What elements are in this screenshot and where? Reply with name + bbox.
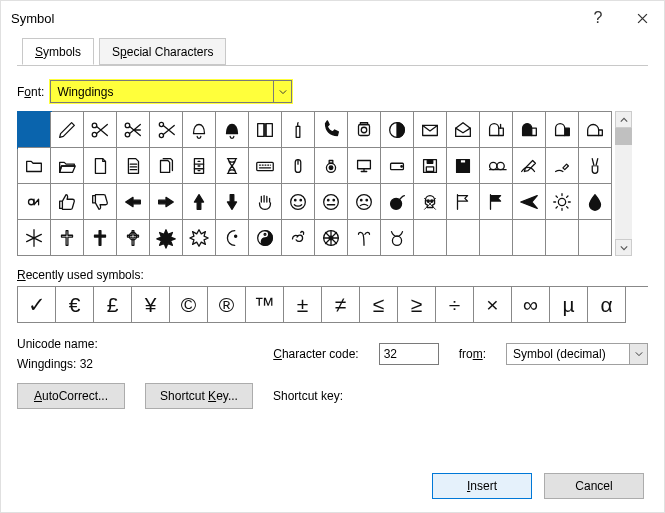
symbol-cell[interactable] [381, 184, 414, 220]
scroll-up-button[interactable] [615, 111, 632, 128]
symbol-cell[interactable] [18, 184, 51, 220]
scroll-down-button[interactable] [615, 239, 632, 256]
symbol-cell[interactable] [447, 112, 480, 148]
symbol-cell[interactable] [414, 148, 447, 184]
symbol-cell[interactable] [381, 220, 414, 256]
symbol-cell[interactable] [513, 112, 546, 148]
symbol-cell[interactable] [216, 220, 249, 256]
symbol-cell[interactable] [480, 148, 513, 184]
symbol-cell[interactable] [150, 112, 183, 148]
symbol-cell[interactable] [579, 220, 612, 256]
recent-symbol-cell[interactable]: £ [94, 287, 132, 323]
symbol-cell[interactable] [414, 184, 447, 220]
symbol-cell[interactable] [579, 184, 612, 220]
symbol-cell[interactable] [513, 220, 546, 256]
symbol-cell[interactable] [51, 184, 84, 220]
recent-symbol-cell[interactable]: ≥ [398, 287, 436, 323]
recent-symbol-cell[interactable]: α [588, 287, 626, 323]
symbol-cell[interactable] [150, 148, 183, 184]
symbol-cell[interactable] [117, 184, 150, 220]
recent-symbol-cell[interactable]: € [56, 287, 94, 323]
symbol-cell[interactable] [117, 148, 150, 184]
scrollbar[interactable] [615, 111, 632, 256]
char-code-input[interactable] [379, 343, 439, 365]
symbol-cell[interactable] [183, 220, 216, 256]
symbol-cell[interactable] [480, 220, 513, 256]
symbol-cell[interactable] [414, 112, 447, 148]
symbol-cell[interactable] [18, 112, 51, 148]
symbol-cell[interactable] [18, 220, 51, 256]
symbol-grid[interactable] [17, 111, 612, 256]
font-dropdown[interactable]: Wingdings [50, 80, 292, 103]
symbol-cell[interactable] [249, 112, 282, 148]
recent-symbol-cell[interactable]: ≠ [322, 287, 360, 323]
symbol-cell[interactable] [348, 148, 381, 184]
symbol-cell[interactable] [183, 184, 216, 220]
symbol-cell[interactable] [183, 148, 216, 184]
font-dropdown-button[interactable] [273, 81, 291, 102]
symbol-cell[interactable] [546, 112, 579, 148]
symbol-cell[interactable] [414, 220, 447, 256]
symbol-cell[interactable] [249, 184, 282, 220]
close-button[interactable] [620, 3, 664, 33]
symbol-cell[interactable] [18, 148, 51, 184]
scroll-thumb[interactable] [615, 128, 632, 145]
recent-symbol-cell[interactable]: ¥ [132, 287, 170, 323]
symbol-cell[interactable] [249, 148, 282, 184]
cancel-button[interactable]: Cancel [544, 473, 644, 499]
symbol-cell[interactable] [315, 112, 348, 148]
symbol-cell[interactable] [183, 112, 216, 148]
symbol-cell[interactable] [150, 220, 183, 256]
symbol-cell[interactable] [348, 184, 381, 220]
scroll-track[interactable] [615, 145, 632, 239]
symbol-cell[interactable] [249, 220, 282, 256]
symbol-cell[interactable] [84, 220, 117, 256]
symbol-cell[interactable] [282, 184, 315, 220]
from-dropdown-button[interactable] [629, 344, 647, 364]
recent-symbol-cell[interactable]: ÷ [436, 287, 474, 323]
recent-symbol-cell[interactable]: µ [550, 287, 588, 323]
symbol-cell[interactable] [216, 112, 249, 148]
from-dropdown[interactable]: Symbol (decimal) [506, 343, 648, 365]
insert-button[interactable]: Insert [432, 473, 532, 499]
symbol-cell[interactable] [216, 184, 249, 220]
symbol-cell[interactable] [315, 220, 348, 256]
symbol-cell[interactable] [51, 112, 84, 148]
symbol-cell[interactable] [480, 112, 513, 148]
symbol-cell[interactable] [513, 184, 546, 220]
symbol-cell[interactable] [282, 112, 315, 148]
symbol-cell[interactable] [513, 148, 546, 184]
symbol-cell[interactable] [348, 220, 381, 256]
tab-symbols[interactable]: Symbols [22, 38, 94, 65]
symbol-cell[interactable] [579, 112, 612, 148]
symbol-cell[interactable] [216, 148, 249, 184]
recent-symbol-cell[interactable]: ∞ [512, 287, 550, 323]
symbol-cell[interactable] [117, 220, 150, 256]
symbol-cell[interactable] [315, 184, 348, 220]
symbol-cell[interactable] [84, 112, 117, 148]
symbol-cell[interactable] [546, 184, 579, 220]
recent-symbol-cell[interactable]: © [170, 287, 208, 323]
recent-symbol-cell[interactable]: ≤ [360, 287, 398, 323]
recent-symbol-cell[interactable]: × [474, 287, 512, 323]
symbol-cell[interactable] [282, 148, 315, 184]
symbol-cell[interactable] [84, 184, 117, 220]
symbol-cell[interactable] [381, 148, 414, 184]
symbol-cell[interactable] [447, 184, 480, 220]
symbol-cell[interactable] [117, 112, 150, 148]
symbol-cell[interactable] [546, 220, 579, 256]
recent-symbol-cell[interactable]: ® [208, 287, 246, 323]
symbol-cell[interactable] [480, 184, 513, 220]
symbol-cell[interactable] [51, 148, 84, 184]
symbol-cell[interactable] [447, 148, 480, 184]
symbol-cell[interactable] [150, 184, 183, 220]
symbol-cell[interactable] [84, 148, 117, 184]
symbol-cell[interactable] [51, 220, 84, 256]
symbol-cell[interactable] [348, 112, 381, 148]
symbol-cell[interactable] [282, 220, 315, 256]
symbol-cell[interactable] [315, 148, 348, 184]
recent-symbol-cell[interactable]: ™ [246, 287, 284, 323]
recent-symbols-grid[interactable]: ✓€£¥©®™±≠≤≥÷×∞µα [17, 286, 648, 323]
tab-special-characters[interactable]: Special Characters [99, 38, 226, 65]
help-button[interactable]: ? [576, 3, 620, 33]
